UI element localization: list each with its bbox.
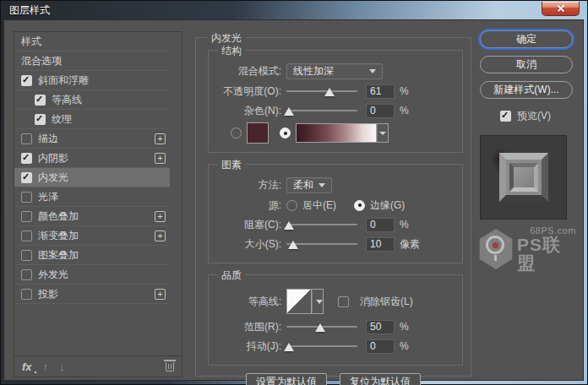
range-unit: % — [400, 321, 409, 333]
technique-select[interactable]: 柔和 — [286, 177, 332, 193]
add-instance-icon[interactable]: + — [155, 289, 166, 300]
new-style-button[interactable]: 新建样式(W)... — [480, 81, 573, 99]
gradient-picker-button[interactable] — [377, 123, 389, 143]
blend-mode-select[interactable]: 线性加深 — [286, 63, 383, 79]
jitter-input[interactable] — [366, 339, 395, 354]
close-icon — [557, 4, 565, 13]
sidebar-item-inner-shadow[interactable]: 内阴影 + — [14, 149, 170, 168]
choke-unit: % — [400, 219, 409, 230]
sidebar-item-label: 内发光 — [38, 171, 68, 185]
chevron-down-icon — [316, 300, 323, 304]
checkbox-checked-icon[interactable] — [21, 172, 32, 183]
sidebar-item-blending-options[interactable]: 混合选项 — [14, 52, 170, 71]
solid-color-radio[interactable] — [231, 127, 242, 138]
size-label: 大小(S): — [215, 237, 281, 252]
sidebar-item-gradient-overlay[interactable]: 渐变叠加 + — [14, 226, 170, 246]
opacity-input[interactable] — [366, 84, 395, 99]
sidebar-item-drop-shadow[interactable]: 投影 + — [14, 285, 170, 304]
slider-thumb[interactable] — [324, 88, 335, 96]
layer-style-dialog: 图层样式 样式 混合选项 斜面和浮雕 等高线 — [0, 0, 588, 385]
size-input[interactable] — [366, 237, 395, 252]
checkbox-checked-icon[interactable] — [35, 95, 46, 106]
styles-list: 样式 混合选项 斜面和浮雕 等高线 纹理 — [14, 32, 182, 355]
sidebar-item-label: 颜色叠加 — [38, 209, 79, 224]
sidebar-item-label: 投影 — [38, 287, 58, 301]
sidebar-item-label: 斜面和浮雕 — [38, 73, 89, 88]
cancel-button[interactable]: 取消 — [480, 56, 573, 73]
add-instance-icon[interactable]: + — [155, 133, 166, 144]
gradient-radio[interactable] — [280, 127, 291, 138]
sidebar-item-texture[interactable]: 纹理 — [14, 110, 170, 129]
add-instance-icon[interactable]: + — [155, 230, 166, 241]
noise-input[interactable] — [366, 104, 395, 118]
sidebar-item-color-overlay[interactable]: 颜色叠加 + — [14, 207, 170, 226]
sidebar-item-label: 纹理 — [52, 112, 72, 127]
watermark: 68PS.com PS联盟 — [478, 225, 576, 273]
structure-group: 结构 混合模式: 线性加深 不透明度(O): % — [208, 50, 463, 153]
choke-input[interactable] — [366, 218, 395, 232]
make-default-button[interactable]: 设置为默认值 — [246, 373, 327, 385]
sidebar-item-pattern-overlay[interactable]: 图案叠加 — [14, 246, 170, 265]
watermark-logo-icon — [478, 229, 514, 269]
sidebar-item-stroke[interactable]: 描边 + — [14, 129, 170, 149]
checkbox-unchecked-icon[interactable] — [21, 250, 32, 261]
glow-color-swatch[interactable] — [247, 122, 269, 144]
preview-checkbox[interactable] — [500, 111, 511, 122]
size-slider[interactable] — [286, 238, 357, 250]
size-unit: 像素 — [400, 237, 420, 252]
slider-thumb[interactable] — [284, 221, 294, 230]
checkbox-unchecked-icon[interactable] — [21, 192, 32, 203]
move-up-icon[interactable]: ↑ — [43, 361, 49, 373]
source-center-radio[interactable] — [286, 200, 297, 211]
styles-sidebar: 样式 混合选项 斜面和浮雕 等高线 纹理 — [14, 31, 182, 377]
sidebar-item-contour[interactable]: 等高线 — [14, 90, 170, 110]
checkbox-unchecked-icon[interactable] — [21, 269, 32, 280]
technique-value: 柔和 — [293, 178, 313, 192]
opacity-slider[interactable] — [286, 85, 357, 97]
gradient-bar[interactable] — [296, 123, 377, 143]
noise-label: 杂色(N): — [215, 104, 281, 118]
noise-slider[interactable] — [286, 105, 357, 117]
reset-default-button[interactable]: 复位为默认值 — [340, 373, 421, 385]
add-instance-icon[interactable]: + — [155, 153, 166, 164]
checkbox-checked-icon[interactable] — [21, 75, 32, 86]
source-edge-label: 边缘(G) — [370, 198, 405, 213]
contour-thumbnail[interactable] — [286, 289, 312, 314]
sidebar-item-label: 内阴影 — [38, 151, 68, 165]
watermark-name: PS联盟 — [517, 236, 576, 273]
jitter-slider[interactable] — [286, 340, 357, 352]
range-slider[interactable] — [286, 321, 357, 333]
checkbox-unchecked-icon[interactable] — [21, 289, 32, 300]
move-down-icon[interactable]: ↓ — [59, 361, 65, 373]
sidebar-item-bevel-emboss[interactable]: 斜面和浮雕 — [14, 71, 170, 90]
sidebar-item-styles[interactable]: 样式 — [14, 32, 170, 52]
range-label: 范围(R): — [215, 320, 281, 334]
sidebar-item-satin[interactable]: 光泽 — [14, 187, 170, 207]
action-column: 确定 取消 新建样式(W)... 预览(V) 68PS.com PS联盟 — [478, 30, 576, 273]
sidebar-item-label: 等高线 — [52, 93, 82, 107]
slider-thumb[interactable] — [284, 107, 294, 116]
choke-slider[interactable] — [286, 219, 357, 230]
range-input[interactable] — [366, 320, 395, 334]
checkbox-checked-icon[interactable] — [35, 114, 46, 125]
sidebar-item-label: 渐变叠加 — [38, 229, 79, 243]
sidebar-item-inner-glow[interactable]: 内发光 — [14, 168, 170, 187]
slider-thumb[interactable] — [315, 323, 325, 332]
titlebar[interactable]: 图层样式 — [2, 2, 586, 19]
contour-picker-button[interactable] — [312, 289, 324, 314]
checkbox-unchecked-icon[interactable] — [21, 230, 32, 241]
checkbox-checked-icon[interactable] — [21, 153, 32, 164]
blend-mode-value: 线性加深 — [293, 64, 334, 79]
slider-thumb[interactable] — [284, 343, 294, 351]
sidebar-item-outer-glow[interactable]: 外发光 — [14, 265, 170, 285]
close-button[interactable] — [542, 2, 580, 16]
ok-button[interactable]: 确定 — [480, 30, 573, 48]
antialias-checkbox[interactable] — [338, 296, 349, 307]
checkbox-unchecked-icon[interactable] — [21, 133, 32, 144]
checkbox-unchecked-icon[interactable] — [21, 211, 32, 222]
source-edge-radio[interactable] — [354, 200, 365, 211]
add-instance-icon[interactable]: + — [155, 211, 166, 222]
delete-style-icon[interactable] — [166, 362, 174, 371]
fx-menu-button[interactable]: fx — [22, 361, 32, 373]
slider-thumb[interactable] — [288, 241, 298, 249]
